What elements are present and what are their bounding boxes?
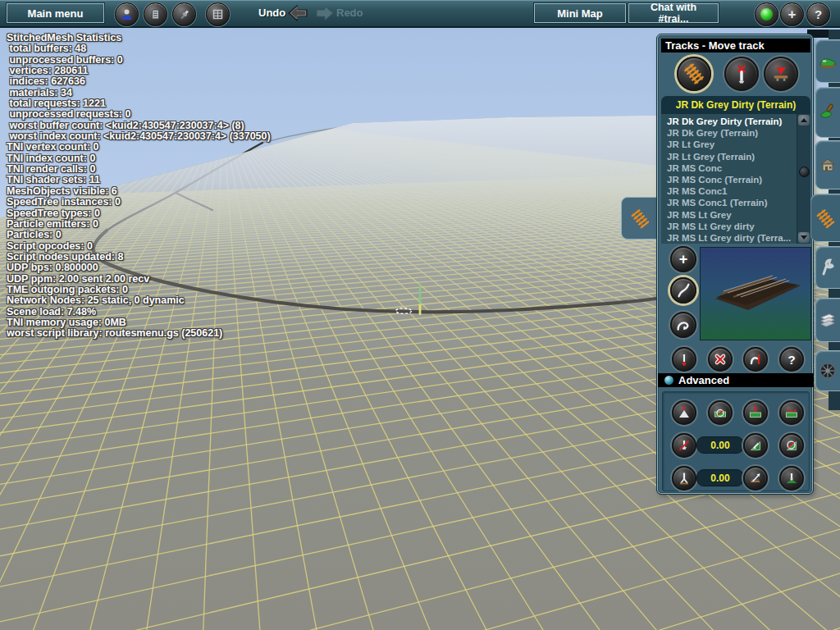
stat-line: total buffers: 48 (7, 43, 271, 54)
stat-line: SpeedTree types: 0 (7, 208, 271, 219)
split-track-button[interactable] (743, 347, 768, 372)
undo-arrow-icon[interactable] (288, 4, 308, 22)
tab-trains[interactable] (815, 350, 840, 391)
track-list-item[interactable]: JR MS Conc (Terrain) (661, 174, 797, 185)
height-value-field[interactable] (696, 469, 744, 486)
track-list-scrollbar[interactable] (797, 114, 810, 244)
stat-line: TNI render calls: 0 (7, 164, 271, 175)
clear-gradient-button[interactable] (779, 433, 804, 458)
stat-line: Particle emitters: 0 (7, 219, 271, 230)
stat-line: UDP bps: 0.800000 (7, 262, 271, 273)
green-light-icon (760, 8, 773, 21)
stat-line: SpeedTree instances: 0 (7, 197, 271, 208)
no-ground-dig-button[interactable] (708, 400, 733, 425)
tab-objects[interactable] (815, 140, 840, 189)
delete-track-button[interactable] (708, 347, 733, 372)
add-button[interactable]: + (780, 2, 804, 26)
stat-line: worst buffer count: <kuid2:430547:230037… (7, 121, 271, 131)
track-list-item[interactable]: JR MS Conc1 (Terrain) (661, 197, 797, 208)
gradient-value-field[interactable] (696, 436, 744, 454)
debug-stats: StitchedMesh Statistics total buffers: 4… (7, 33, 271, 340)
stat-line: Script nodes updated: 8 (7, 252, 271, 262)
scroll-thumb[interactable] (799, 167, 810, 177)
question-icon: ? (815, 7, 822, 21)
smooth-spline-button[interactable] (672, 400, 696, 425)
main-menu-button[interactable]: Main menu (7, 3, 104, 23)
stat-line: total requests: 1221 (7, 98, 271, 109)
tab-tools[interactable] (815, 246, 840, 289)
tab-tracks-active[interactable] (810, 194, 840, 242)
raise-ground-button[interactable] (743, 400, 768, 425)
advanced-label: Advanced (678, 374, 729, 386)
tab-terrain[interactable] (815, 39, 840, 83)
chat-button[interactable]: Chat with #trai... (628, 3, 719, 23)
track-help-button[interactable]: ? (779, 347, 804, 372)
platform-no-dig-icon (713, 405, 728, 420)
height-pin-icon (677, 471, 692, 486)
tracks-panel-side-tab[interactable] (621, 197, 659, 240)
apply-gradient-button[interactable] (743, 433, 768, 458)
buffer-stop-icon (771, 64, 791, 84)
question-icon: ? (788, 353, 795, 367)
stat-line: MeshObjects visible: 6 (7, 186, 271, 197)
show-ties-button[interactable] (779, 400, 804, 425)
stat-line: TNI memory usage: 0MB (7, 317, 271, 328)
delete-spline-point-button[interactable] (724, 57, 759, 91)
curve-spline-button[interactable] (670, 312, 696, 338)
undo-label: Undo (258, 7, 285, 19)
tab-layers[interactable] (815, 298, 840, 342)
track-icon (631, 208, 649, 229)
straighten-spline-button[interactable] (670, 277, 696, 304)
application-window: StitchedMesh Statistics total buffers: 4… (0, 0, 840, 630)
stat-line: unprocessed requests: 0 (7, 109, 271, 120)
track-list[interactable]: JR Dk Grey Dirty (Terrain)JR Dk Grey (Te… (661, 114, 797, 244)
advanced-toggle-icon (664, 376, 673, 385)
spline-point-delete-icon (732, 64, 751, 84)
scroll-up-button[interactable] (798, 115, 810, 126)
scroll-down-button[interactable] (798, 232, 810, 243)
grid-window-button[interactable] (206, 2, 230, 26)
plus-icon: + (679, 251, 688, 268)
house-icon (818, 156, 838, 174)
lay-track-button[interactable] (677, 57, 711, 91)
gradient-lock-button[interactable] (672, 433, 696, 458)
add-track-button[interactable]: + (670, 246, 696, 272)
snap-height-button[interactable] (779, 466, 804, 491)
track-list-item[interactable]: JR MS Conc1 (661, 185, 797, 197)
status-light-button[interactable] (755, 2, 778, 26)
track-list-item[interactable]: JR Dk Grey (Terrain) (661, 127, 797, 139)
gradient-wedge-icon (748, 438, 763, 453)
apply-height-button[interactable] (743, 466, 768, 491)
track-list-item[interactable]: JR MS Lt Grey dirty (Terra... (661, 232, 797, 244)
track-list-item[interactable]: JR Lt Grey (661, 139, 797, 150)
split-tool-icon (748, 352, 763, 367)
arrow-down-icon (800, 235, 808, 240)
mini-map-button[interactable]: Mini Map (534, 3, 626, 23)
add-buffer-button[interactable] (764, 57, 798, 91)
track-list-item[interactable]: JR MS Lt Grey (661, 209, 797, 221)
track-list-item[interactable]: JR Lt Grey (Terrain) (661, 151, 797, 162)
stat-line: materials: 34 (7, 88, 271, 98)
track-list-item[interactable]: JR Dk Grey Dirty (Terrain) (661, 116, 797, 127)
help-button[interactable]: ? (806, 2, 830, 26)
stat-line: Network Nodes: 25 static, 0 dynamic (7, 295, 271, 306)
track-list-item[interactable]: JR MS Lt Grey dirty (661, 221, 797, 232)
notepad-button[interactable] (144, 2, 167, 26)
get-gradient-button[interactable] (672, 347, 696, 372)
track-preview-image (700, 247, 811, 340)
get-height-button[interactable] (672, 466, 696, 491)
platform-markers-icon (784, 405, 799, 420)
spline-curve-icon (675, 282, 692, 299)
stat-line: indices: 627636 (7, 76, 271, 87)
flashlight-button[interactable] (172, 2, 196, 26)
person-icon (120, 7, 134, 21)
layers-icon (818, 311, 838, 329)
track-list-item[interactable]: JR MS Conc (661, 162, 797, 174)
mountain-spline-icon (677, 405, 692, 420)
notepad-icon (149, 8, 162, 21)
advanced-section-header[interactable]: Advanced (658, 373, 814, 387)
tab-paint[interactable] (815, 87, 840, 138)
panel-title: Tracks - Move track (661, 39, 810, 52)
surveyor-person-button[interactable] (115, 2, 139, 26)
stat-line: Scene load: 7.48% (7, 307, 271, 317)
